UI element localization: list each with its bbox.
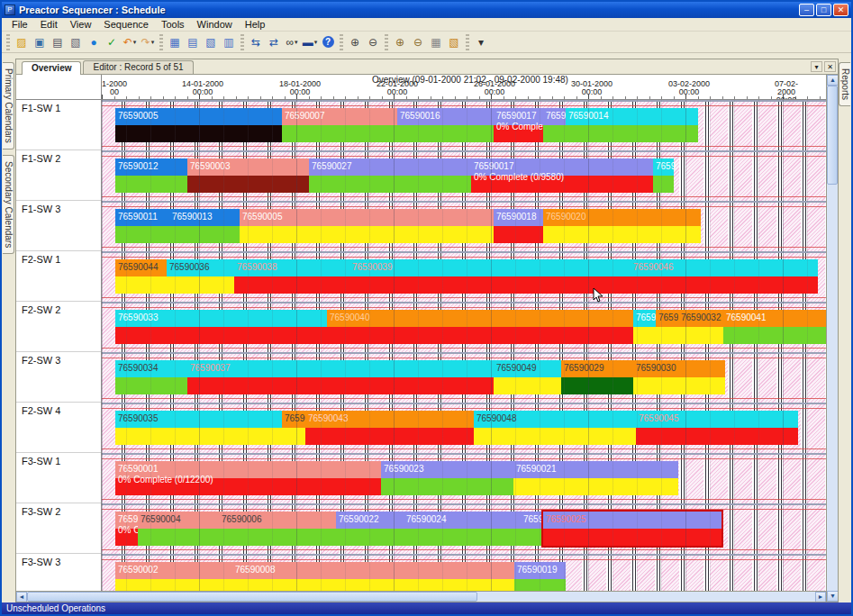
editor-window-button[interactable]: ▤ bbox=[184, 33, 202, 51]
gantt-bar[interactable]: 76590006 bbox=[219, 512, 336, 546]
tab-close-button[interactable]: ✕ bbox=[824, 61, 836, 72]
sidetab-reports[interactable]: Reports bbox=[839, 62, 850, 106]
gantt-bar[interactable]: 76590024 bbox=[404, 512, 521, 546]
redo-button[interactable]: ↷▾ bbox=[139, 33, 157, 51]
gantt-bar[interactable]: 76590034 bbox=[115, 360, 187, 394]
gantt-bar[interactable]: 76590020 bbox=[543, 209, 701, 243]
gantt-bar[interactable]: 765900% C bbox=[115, 512, 138, 546]
menu-item-window[interactable]: Window bbox=[191, 19, 239, 30]
gantt-bar[interactable]: 76590048 bbox=[474, 411, 636, 445]
gantt-bar[interactable]: 76590013 bbox=[169, 209, 240, 243]
horizontal-scroll-track[interactable] bbox=[477, 592, 815, 602]
gantt-bar[interactable]: 76590005 bbox=[240, 209, 494, 243]
zoom-time-in-button[interactable]: ⊕ bbox=[391, 33, 409, 51]
gantt-bar[interactable]: 76590038 bbox=[234, 259, 349, 294]
gantt-bar[interactable]: 76590 bbox=[543, 108, 566, 142]
gantt-bar[interactable]: 76590003 bbox=[187, 159, 309, 193]
plot-window-button[interactable]: ▧ bbox=[202, 33, 220, 51]
gantt-bar[interactable]: 7659 bbox=[656, 310, 678, 344]
scroll-right-button[interactable]: ► bbox=[815, 592, 826, 602]
gantt-bar[interactable]: 76590023 bbox=[381, 461, 513, 495]
gantt-bar[interactable]: 76590008 bbox=[232, 562, 514, 591]
calendar-view-button[interactable]: ▦ bbox=[427, 33, 445, 51]
vertical-scroll-track[interactable] bbox=[827, 185, 838, 591]
gantt-bar[interactable]: 76590043 bbox=[305, 411, 474, 445]
tab-editor[interactable]: Editor : Record 5 of 51 bbox=[83, 60, 193, 74]
gantt-bar[interactable]: 765900170% Complete bbox=[494, 108, 543, 142]
menu-item-sequence[interactable]: Sequence bbox=[97, 19, 155, 30]
menu-item-view[interactable]: View bbox=[64, 19, 98, 30]
menu-item-help[interactable]: Help bbox=[239, 19, 272, 30]
editor-view-button[interactable]: ▧ bbox=[445, 33, 463, 51]
gantt-bar[interactable]: 76590027 bbox=[309, 159, 471, 193]
minimize-button[interactable]: – bbox=[799, 4, 814, 16]
gantt-bar[interactable]: 76590019 bbox=[514, 562, 566, 591]
vertical-scroll-thumb[interactable] bbox=[827, 86, 838, 185]
gantt-bar[interactable]: 76590035 bbox=[115, 411, 282, 445]
scroll-left-button[interactable]: ◄ bbox=[16, 592, 27, 602]
tab-scroll-button[interactable]: ▾ bbox=[811, 61, 822, 72]
validate-check-button[interactable]: ✓ bbox=[103, 33, 121, 51]
overview-window-button[interactable]: ▦ bbox=[166, 33, 184, 51]
zoom-out-button[interactable]: ⊖ bbox=[364, 33, 382, 51]
gantt-bar[interactable]: 76590014 bbox=[566, 108, 698, 142]
scroll-up-button[interactable]: ▲ bbox=[827, 75, 838, 86]
publish-globe-button[interactable]: ● bbox=[85, 33, 103, 51]
gantt-bar[interactable]: 765900 bbox=[521, 512, 543, 546]
print-button[interactable]: ▤ bbox=[49, 33, 67, 51]
gantt-bar[interactable]: 76590011 bbox=[115, 209, 169, 243]
gantt-bar[interactable]: 76590018 bbox=[494, 209, 543, 243]
utilization-window-button[interactable]: ▥ bbox=[220, 33, 238, 51]
gantt-bar[interactable]: 76590045 bbox=[636, 411, 798, 445]
gantt-bar[interactable]: 76590040 bbox=[327, 310, 633, 344]
gantt-bar[interactable]: 76590 bbox=[282, 411, 305, 445]
sequence-forward-button[interactable]: ⇆ bbox=[247, 33, 265, 51]
gantt-bar[interactable]: 76590032 bbox=[678, 310, 723, 344]
help-button[interactable]: ? bbox=[319, 33, 337, 51]
close-button[interactable]: ✕ bbox=[833, 4, 848, 16]
gantt-bar[interactable]: 76590025 bbox=[543, 512, 721, 546]
gantt-bar[interactable]: 76590036 bbox=[167, 259, 234, 294]
gantt-bar[interactable]: 76590046 bbox=[631, 259, 818, 294]
sequence-backward-button[interactable]: ⇄ bbox=[265, 33, 283, 51]
scroll-down-button[interactable]: ▼ bbox=[827, 591, 838, 602]
gantt-bar[interactable]: 76590029 bbox=[561, 360, 633, 394]
gantt-bar[interactable]: 76590049 bbox=[494, 360, 561, 394]
gantt-bar[interactable]: 7659 bbox=[653, 159, 674, 193]
gantt-bar[interactable]: 76590021 bbox=[513, 461, 678, 495]
gantt-bar[interactable]: 76590044 bbox=[115, 259, 167, 294]
gantt-bar[interactable]: 765900170% Complete (0/9580) bbox=[471, 159, 653, 193]
menu-item-edit[interactable]: Edit bbox=[34, 19, 64, 30]
gantt-bar[interactable]: 76590022 bbox=[336, 512, 404, 546]
maximize-button[interactable]: □ bbox=[816, 4, 831, 16]
sidetab-secondary-calendars[interactable]: Secondary Calendars bbox=[3, 155, 14, 254]
toolbar-options-button[interactable]: ▾ bbox=[472, 33, 490, 51]
gantt-bar[interactable]: 76590033 bbox=[115, 310, 327, 344]
gantt-bar[interactable]: 7659 bbox=[633, 310, 656, 344]
print-preview-button[interactable]: ▧ bbox=[67, 33, 85, 51]
gantt-chart-area[interactable]: 765900057659000776590016765900170% Compl… bbox=[102, 100, 826, 591]
reports-book-button[interactable]: ▬▾ bbox=[301, 33, 319, 51]
gantt-bar[interactable]: 76590012 bbox=[115, 159, 187, 193]
gantt-bar[interactable]: 76590016 bbox=[397, 108, 494, 142]
zoom-time-out-button[interactable]: ⊖ bbox=[409, 33, 427, 51]
gantt-bar[interactable]: 76590039 bbox=[349, 259, 631, 294]
gantt-bar[interactable]: 765900010% Complete (0/12200) bbox=[115, 461, 381, 495]
tab-overview[interactable]: Overview bbox=[22, 61, 81, 75]
horizontal-scroll-thumb[interactable] bbox=[27, 592, 477, 602]
zoom-in-button[interactable]: ⊕ bbox=[346, 33, 364, 51]
undo-button[interactable]: ↶▾ bbox=[121, 33, 139, 51]
vertical-scrollbar[interactable]: ▲ ▼ bbox=[826, 75, 838, 602]
open-button[interactable]: ▨ bbox=[13, 33, 31, 51]
gantt-bar[interactable]: 76590037 bbox=[187, 360, 494, 394]
menu-item-file[interactable]: File bbox=[5, 19, 34, 30]
gantt-bar[interactable]: 76590030 bbox=[633, 360, 725, 394]
sidetab-primary-calendars[interactable]: Primary Calendars bbox=[3, 62, 14, 149]
gantt-bar[interactable]: 76590002 bbox=[115, 562, 232, 591]
save-button[interactable]: ▣ bbox=[31, 33, 49, 51]
horizontal-scrollbar[interactable]: ◄ ► bbox=[16, 591, 826, 602]
gantt-bar[interactable]: 76590004 bbox=[138, 512, 219, 546]
menu-item-tools[interactable]: Tools bbox=[155, 19, 191, 30]
find-button[interactable]: ∞▾ bbox=[283, 33, 301, 51]
gantt-bar[interactable]: 76590005 bbox=[115, 108, 282, 142]
